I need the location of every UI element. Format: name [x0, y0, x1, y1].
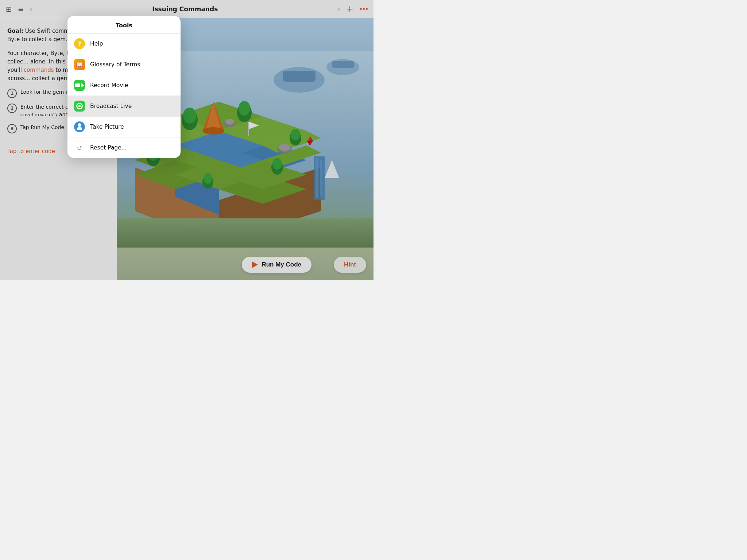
picture-icon: [74, 121, 85, 132]
glossary-icon: 📖: [74, 59, 85, 70]
help-icon: ?: [74, 38, 85, 49]
reset-label: Reset Page...: [90, 144, 127, 151]
picture-label: Take Picture: [90, 124, 124, 130]
menu-item-record[interactable]: Record Movie: [67, 75, 181, 96]
menu-item-broadcast[interactable]: Broadcast Live: [67, 96, 181, 117]
reset-icon: ↺: [74, 142, 85, 153]
tools-dropdown-overlay: Tools ? Help 📖 Glossary of Terms Record …: [0, 0, 374, 280]
record-label: Record Movie: [90, 82, 128, 89]
tools-menu-header: Tools: [67, 16, 181, 34]
menu-item-reset[interactable]: ↺ Reset Page...: [67, 137, 181, 158]
help-label: Help: [90, 40, 103, 47]
menu-item-picture[interactable]: Take Picture: [67, 117, 181, 137]
tools-menu: Tools ? Help 📖 Glossary of Terms Record …: [67, 16, 181, 158]
menu-item-glossary[interactable]: 📖 Glossary of Terms: [67, 54, 181, 75]
broadcast-icon: [74, 101, 85, 112]
broadcast-label: Broadcast Live: [90, 103, 132, 109]
glossary-label: Glossary of Terms: [90, 61, 140, 68]
record-icon: [74, 80, 85, 91]
menu-item-help[interactable]: ? Help: [67, 34, 181, 54]
